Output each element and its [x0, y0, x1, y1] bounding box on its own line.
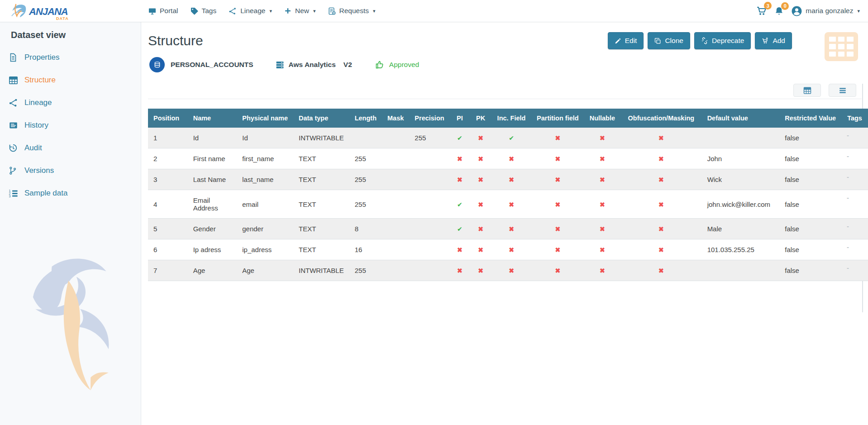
default_value-cell [702, 128, 780, 148]
table-row: 2First namefirst_nameTEXT255✖✖✖✖✖✖Johnfa… [148, 148, 868, 169]
mask-cell [382, 128, 409, 148]
pk-cell: ✖ [470, 219, 491, 239]
name-cell: Last Name [188, 169, 237, 190]
user-name: maria gonzalez [806, 7, 853, 15]
pk-cell: ✖ [470, 260, 491, 281]
main-nav: Portal Tags Lineage ▾ New ▾ Requ [148, 0, 376, 22]
pi-cell: ✖ [450, 239, 470, 260]
position-cell: 6 [148, 239, 188, 260]
nullable-cell: ✖ [584, 260, 620, 281]
nav-item-label: Tags [202, 7, 217, 15]
tags-cell: - [841, 260, 868, 281]
cross-icon: ✖ [509, 176, 514, 183]
notifications-bell-button[interactable]: 0 [774, 6, 784, 16]
nav-item-portal[interactable]: Portal [148, 7, 178, 15]
cross-icon: ✖ [658, 246, 664, 253]
user-menu[interactable]: maria gonzalez ▾ [791, 5, 860, 17]
partition_field-cell: ✖ [531, 190, 584, 219]
sidebar-item-label: Structure [24, 76, 56, 85]
precision-cell [409, 239, 449, 260]
cross-icon: ✖ [478, 267, 483, 274]
precision-cell [409, 260, 449, 281]
inc_field-cell: ✖ [491, 219, 531, 239]
top-navbar: ANJANA DATA Portal Tags Lineage ▾ [0, 0, 868, 22]
lineage-icon [8, 98, 20, 108]
clone-button[interactable]: Clone [648, 32, 690, 49]
structure-table-body: 1IdIdINTWRITABLE255✔✖✔✖✖✖false-2First na… [148, 128, 868, 281]
database-icon [149, 57, 165, 72]
nullable-cell: ✖ [584, 128, 620, 148]
precision-cell [409, 148, 449, 169]
edit-button[interactable]: Edit [608, 32, 644, 49]
column-header-data_type: Data type [293, 109, 349, 128]
table-row: 6Ip adressip_adressTEXT16✖✖✖✖✖✖101.035.2… [148, 239, 868, 260]
length-cell: 255 [349, 260, 382, 281]
nav-item-lineage[interactable]: Lineage ▾ [228, 7, 272, 15]
deprecate-button[interactable]: Deprecate [694, 32, 751, 49]
git-branch-icon [8, 166, 20, 176]
sidebar-item-lineage[interactable]: Lineage [0, 91, 141, 114]
cross-icon: ✖ [600, 201, 605, 208]
default_value-cell: John [702, 148, 780, 169]
position-cell: 7 [148, 260, 188, 281]
nullable-cell: ✖ [584, 190, 620, 219]
sidebar-item-structure[interactable]: Structure [0, 69, 141, 91]
nav-item-requests[interactable]: Requests ▾ [328, 7, 376, 15]
nav-item-tags[interactable]: Tags [190, 7, 217, 15]
default_value-cell: 101.035.255.25 [702, 239, 780, 260]
mask-cell [382, 239, 409, 260]
sidebar-item-audit[interactable]: Audit [0, 137, 141, 159]
sidebar-item-sample-data[interactable]: 123 Sample data [0, 182, 141, 205]
structure-table-container: PositionNamePhysical nameData typeLength… [148, 109, 868, 281]
sidebar-item-properties[interactable]: Properties [0, 46, 141, 69]
add-button[interactable]: Add [755, 32, 792, 49]
thumbs-up-icon [375, 60, 385, 70]
pi-cell: ✖ [450, 148, 470, 169]
name-cell: Id [188, 128, 237, 148]
cross-icon: ✖ [457, 246, 463, 253]
chevron-down-icon: ▾ [269, 8, 272, 14]
tag-dash: - [847, 173, 849, 181]
sidebar-item-history[interactable]: History [0, 114, 141, 137]
sidebar-title: Dataset view [11, 30, 141, 40]
cart-plus-icon [762, 37, 769, 44]
action-buttons: Edit Clone Deprecate Add [608, 32, 792, 49]
cross-icon: ✖ [478, 201, 483, 208]
navbar-right: 3 0 maria gonzalez ▾ [756, 0, 860, 22]
name-cell: Age [188, 260, 237, 281]
position-cell: 3 [148, 169, 188, 190]
cross-icon: ✖ [600, 155, 605, 162]
position-cell: 2 [148, 148, 188, 169]
restricted_value-cell: false [779, 219, 841, 239]
cross-icon: ✖ [509, 225, 514, 233]
sidebar-item-label: History [24, 121, 48, 130]
mask-cell [382, 169, 409, 190]
pi-cell: ✔ [450, 190, 470, 219]
table-row: 1IdIdINTWRITABLE255✔✖✔✖✖✖false- [148, 128, 868, 148]
obfuscation-cell: ✖ [620, 239, 702, 260]
column-header-restricted_value: Restricted Value [779, 109, 841, 128]
partition_field-cell: ✖ [531, 219, 584, 239]
sidebar-item-versions[interactable]: Versions [0, 159, 141, 182]
cross-icon: ✖ [478, 155, 483, 162]
sidebar-item-label: Audit [24, 143, 42, 153]
cart-button[interactable]: 3 [756, 5, 767, 16]
table-view-button[interactable] [793, 84, 821, 97]
tags-cell: - [841, 148, 868, 169]
inc_field-cell: ✖ [491, 148, 531, 169]
main-content: Structure PERSONAL_ACCOUNTS Aws Analytic… [142, 22, 868, 425]
cross-icon: ✖ [658, 201, 664, 208]
position-cell: 4 [148, 190, 188, 219]
cross-icon: ✖ [555, 134, 560, 142]
column-header-tags: Tags [841, 109, 868, 128]
physical_name-cell: first_name [237, 148, 293, 169]
column-header-physical_name: Physical name [237, 109, 293, 128]
cross-icon: ✖ [457, 155, 463, 162]
sidebar-item-label: Versions [24, 166, 54, 175]
restricted_value-cell: false [779, 239, 841, 260]
app-logo[interactable]: ANJANA DATA [10, 3, 68, 21]
list-view-button[interactable] [829, 84, 856, 97]
cross-icon: ✖ [478, 246, 483, 253]
length-cell: 255 [349, 148, 382, 169]
nav-item-new[interactable]: New ▾ [284, 7, 316, 15]
